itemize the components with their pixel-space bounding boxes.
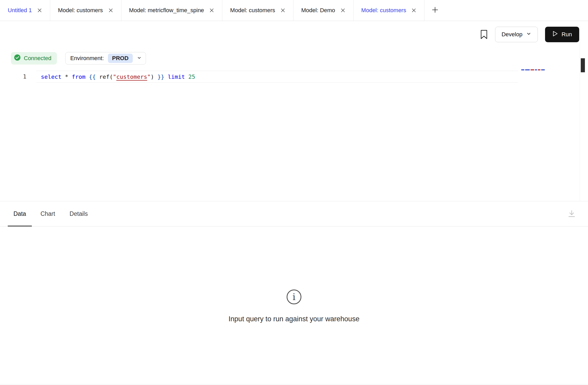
chevron-down-icon — [137, 55, 142, 62]
empty-state: i Input query to run against your wareho… — [0, 226, 588, 385]
results-tab-bar: Data Chart Details — [0, 201, 588, 226]
minimap-mark — [521, 69, 524, 70]
tab-chart[interactable]: Chart — [35, 201, 61, 226]
tab-model-metricflow-time-spine[interactable]: Model: metricflow_time_spine — [121, 0, 223, 21]
tab-label: Chart — [41, 210, 55, 217]
tab-label: Model: customers — [230, 7, 275, 14]
tab-label: Model: customers — [361, 7, 406, 14]
environment-selector[interactable]: Environment: PROD — [65, 52, 146, 65]
info-icon: i — [286, 289, 302, 306]
minimap-mark — [538, 69, 540, 70]
minimap-mark — [531, 69, 534, 70]
tab-untitled-1[interactable]: Untitled 1 — [0, 0, 50, 21]
play-icon — [552, 31, 558, 38]
check-icon — [14, 54, 21, 62]
tab-model-customers-3[interactable]: Model: customers — [354, 0, 425, 21]
status-row: Connected Environment: PROD — [11, 52, 588, 65]
code-line[interactable]: select * from {{ ref("customers") }} lim… — [36, 71, 518, 83]
line-number: 1 — [0, 71, 36, 83]
close-icon[interactable] — [280, 8, 285, 13]
run-button[interactable]: Run — [545, 27, 579, 42]
minimap[interactable] — [521, 68, 545, 71]
tab-label: Model: customers — [58, 7, 103, 14]
plus-icon — [432, 6, 438, 14]
connection-status-badge: Connected — [11, 52, 57, 65]
bookmark-icon[interactable] — [480, 30, 488, 39]
develop-button-label: Develop — [502, 31, 523, 38]
close-icon[interactable] — [411, 8, 416, 13]
chevron-down-icon — [526, 31, 531, 38]
environment-label: Environment: — [70, 55, 104, 62]
code-line-tokens: select * from {{ ref("customers") }} lim… — [41, 74, 195, 80]
close-icon[interactable] — [340, 8, 346, 13]
download-icon[interactable] — [567, 209, 576, 218]
minimap-mark — [525, 69, 530, 70]
bottom-divider — [0, 384, 588, 384]
tab-model-customers-2[interactable]: Model: customers — [222, 0, 293, 21]
minimap-mark — [535, 69, 537, 70]
toolbar: Develop Run — [0, 21, 588, 48]
tab-label: Model: Demo — [301, 7, 335, 14]
close-icon[interactable] — [108, 8, 113, 13]
tab-data[interactable]: Data — [8, 201, 32, 226]
environment-value-badge: PROD — [108, 54, 133, 63]
empty-state-message: Input query to run against your warehous… — [229, 315, 359, 323]
develop-button[interactable]: Develop — [495, 27, 538, 42]
code-row: 1 select * from {{ ref("customers") }} l… — [0, 71, 588, 83]
close-icon[interactable] — [37, 8, 42, 13]
editor-scrollbar-track — [580, 26, 580, 201]
minimap-mark — [541, 69, 545, 70]
tab-model-demo[interactable]: Model: Demo — [293, 0, 354, 21]
editor-scrollbar-thumb[interactable] — [581, 58, 585, 72]
tab-bar: Untitled 1 Model: customers Model: metri… — [0, 0, 588, 21]
results-panel: Data Chart Details i Input query to run … — [0, 201, 588, 385]
code-editor[interactable]: 1 select * from {{ ref("customers") }} l… — [0, 71, 588, 201]
new-tab-button[interactable] — [424, 0, 446, 21]
tab-label: Details — [70, 210, 88, 217]
tab-label: Untitled 1 — [8, 7, 32, 14]
tab-label: Data — [13, 210, 26, 217]
tab-label: Model: metricflow_time_spine — [129, 7, 204, 14]
run-button-label: Run — [562, 31, 572, 38]
tab-model-customers-1[interactable]: Model: customers — [50, 0, 121, 21]
connection-status-label: Connected — [24, 55, 51, 62]
close-icon[interactable] — [209, 8, 214, 13]
svg-text:i: i — [292, 291, 296, 302]
tab-details[interactable]: Details — [64, 201, 93, 226]
